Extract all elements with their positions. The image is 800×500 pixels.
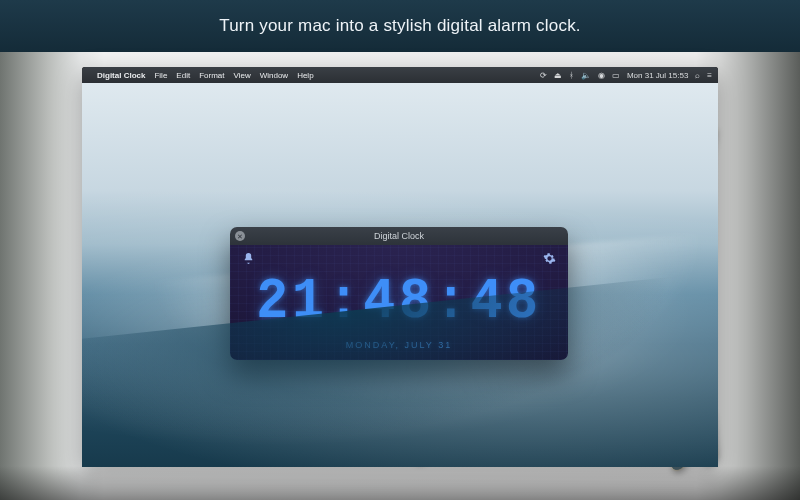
alarm-bell-icon[interactable]	[242, 251, 255, 269]
menubar-item-format[interactable]: Format	[199, 71, 224, 80]
close-icon: ✕	[237, 233, 243, 240]
promo-headline-band: Turn your mac into a stylish digital ala…	[0, 0, 800, 52]
menubar-status-area: ⟳ ⏏ ᚼ 🔈 ◉ ▭ Mon 31 Jul 15:53 ⌕ ≡	[540, 71, 712, 80]
wifi-icon[interactable]: ◉	[598, 71, 605, 80]
clock-toolbar	[242, 251, 556, 269]
menubar-item-file[interactable]: File	[154, 71, 167, 80]
window-title: Digital Clock	[374, 231, 424, 241]
promo-stage: Turn your mac into a stylish digital ala…	[0, 0, 800, 500]
promo-tagline: Turn your mac into a stylish digital ala…	[219, 16, 581, 36]
notifications-icon[interactable]: ≡	[707, 71, 712, 80]
mac-desktop-screenshot: Digital Clock File Edit Format View Wind…	[82, 67, 718, 467]
eject-icon[interactable]: ⏏	[554, 71, 562, 80]
battery-icon[interactable]: ▭	[612, 71, 620, 80]
window-close-button[interactable]: ✕	[235, 231, 245, 241]
menubar-item-window[interactable]: Window	[260, 71, 288, 80]
clock-date-display: MONDAY, JULY 31	[242, 340, 556, 350]
window-titlebar[interactable]: ✕ Digital Clock	[230, 227, 568, 245]
sync-icon[interactable]: ⟳	[540, 71, 547, 80]
desktop-wallpaper: ✕ Digital Clock 21:48:48 MONDAY, JULY	[82, 83, 718, 467]
volume-icon[interactable]: 🔈	[581, 71, 591, 80]
clock-panel: 21:48:48 MONDAY, JULY 31	[230, 245, 568, 360]
menubar-item-edit[interactable]: Edit	[176, 71, 190, 80]
search-icon[interactable]: ⌕	[695, 71, 700, 80]
digital-clock-window: ✕ Digital Clock 21:48:48 MONDAY, JULY	[230, 227, 568, 360]
bluetooth-icon[interactable]: ᚼ	[569, 71, 574, 80]
menubar-datetime[interactable]: Mon 31 Jul 15:53	[627, 71, 688, 80]
menubar-item-view[interactable]: View	[233, 71, 250, 80]
menubar-app-name[interactable]: Digital Clock	[97, 71, 145, 80]
clock-time-display: 21:48:48	[255, 269, 544, 334]
gear-icon[interactable]	[543, 251, 556, 269]
mac-menubar: Digital Clock File Edit Format View Wind…	[82, 67, 718, 83]
menubar-item-help[interactable]: Help	[297, 71, 313, 80]
